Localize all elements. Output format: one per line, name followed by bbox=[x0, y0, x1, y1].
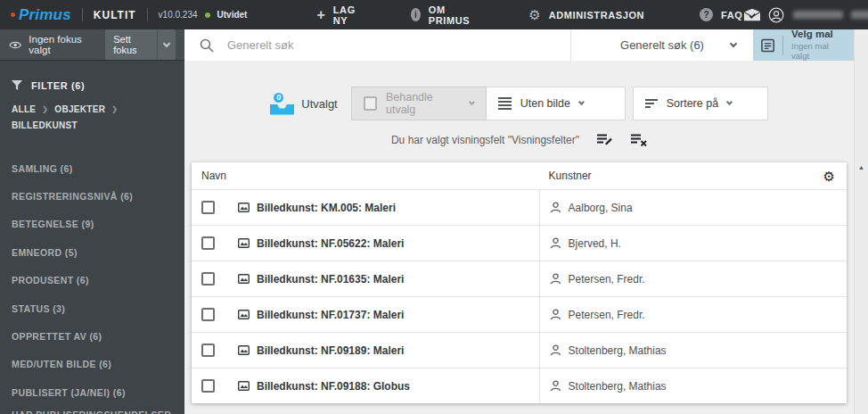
person-icon bbox=[550, 344, 561, 356]
filter-category[interactable]: PRODUSENT (6) bbox=[12, 267, 173, 294]
view-fields-row: Du har valgt visningsfelt "Visningsfelte… bbox=[184, 134, 854, 146]
batch-action-dropdown[interactable]: Behandle utvalg bbox=[351, 87, 487, 120]
scrollbar-up-arrow[interactable]: ▲ bbox=[855, 164, 868, 170]
set-focus-button[interactable]: Sett fokus bbox=[105, 29, 176, 60]
search-field-wrap bbox=[184, 29, 570, 61]
divider bbox=[782, 36, 783, 55]
row-checkbox[interactable] bbox=[201, 236, 215, 250]
artist-name: Bjerved, H. bbox=[569, 237, 621, 250]
chevron-down-icon bbox=[730, 40, 737, 47]
table-body: Billedkunst: KM.005: Maleri Aalborg, Sin… bbox=[192, 189, 847, 403]
results-toolbar: 0 Utvalgt Behandle utvalg Uten bilde bbox=[184, 87, 854, 120]
image-filter-label: Uten bilde bbox=[520, 97, 570, 110]
filter-category[interactable]: EMNEORD (5) bbox=[12, 238, 173, 266]
version-label: v10.0.234 bbox=[159, 10, 198, 20]
content: 0 Utvalgt Behandle utvalg Uten bilde bbox=[184, 61, 854, 414]
row-checkbox[interactable] bbox=[201, 272, 215, 286]
filter-list: SAMLING (6)REGISTRERINGSNIVÅ (6)BETEGNEL… bbox=[0, 154, 184, 414]
sort-dropdown[interactable]: Sortere på bbox=[633, 87, 768, 120]
filter-header-label: FILTER (6) bbox=[31, 80, 85, 91]
column-header-kunstner[interactable]: Kunstner bbox=[539, 170, 823, 182]
selection-tray-icon: 0 bbox=[270, 93, 294, 115]
object-name-link[interactable]: Billedkunst: NF.01635: Maleri bbox=[257, 273, 404, 286]
row-checkbox[interactable] bbox=[201, 379, 215, 393]
topnav-item-lag-ny[interactable]: + LAG NY bbox=[316, 4, 355, 26]
results-table: Navn Kunstner ⚙ Billedkunst: KM.005: Mal… bbox=[192, 162, 847, 403]
topnav-item-om-primus[interactable]: i OM PRIMUS bbox=[411, 4, 473, 26]
artist-cell: Petersen, Fredr. bbox=[539, 297, 847, 332]
top-navigation: + LAG NY i OM PRIMUS ⚙ ADMINISTRASJON ? … bbox=[316, 4, 742, 26]
row-checkbox[interactable] bbox=[201, 201, 215, 214]
breadcrumb-item[interactable]: ALLE bbox=[12, 104, 36, 114]
filter-category[interactable]: MED/UTEN BILDE (6) bbox=[12, 351, 173, 378]
batch-action-label: Behandle utvalg bbox=[386, 91, 461, 116]
search-input[interactable] bbox=[225, 37, 570, 53]
topbar: Primus KULTIT v10.0.234 Utvidet + LAG NY… bbox=[0, 0, 868, 29]
inbox-check-icon[interactable] bbox=[743, 8, 761, 22]
selected-items-indicator[interactable]: 0 Utvalgt bbox=[270, 93, 337, 115]
search-scope-dropdown[interactable]: Generelt søk (6) bbox=[570, 29, 753, 61]
image-filter-dropdown[interactable]: Uten bilde bbox=[487, 87, 626, 120]
filter-category[interactable]: PUBLISERT (JA/NEI) (6) bbox=[12, 378, 173, 406]
filter-header[interactable]: FILTER (6) bbox=[0, 61, 184, 91]
set-focus-label[interactable]: Sett fokus bbox=[105, 29, 157, 60]
user-avatar-icon[interactable] bbox=[768, 6, 784, 24]
filter-category[interactable]: BETEGNELSE (9) bbox=[12, 211, 173, 238]
filter-category[interactable]: SAMLING (6) bbox=[12, 154, 173, 182]
vertical-scrollbar[interactable]: ▲ bbox=[854, 29, 868, 414]
user-name-redacted bbox=[851, 11, 868, 19]
template-title: Velg mal bbox=[791, 29, 846, 41]
person-icon bbox=[550, 273, 561, 285]
object-name-link[interactable]: Billedkunst: NF.05622: Maleri bbox=[257, 237, 404, 250]
workspace-name: KULTIT bbox=[94, 9, 136, 21]
topbar-right: | LOGG UT bbox=[743, 4, 868, 26]
filter-category[interactable]: HAR PUBLISERINGSHENDELSER (6) bbox=[12, 407, 173, 414]
plus-icon: + bbox=[316, 8, 324, 22]
choose-template-button[interactable]: Velg mal Ingen mal valgt bbox=[753, 29, 854, 61]
table-settings-gear-icon[interactable]: ⚙ bbox=[823, 170, 847, 183]
select-all-checkbox[interactable] bbox=[364, 96, 377, 111]
clear-view-fields-icon[interactable] bbox=[631, 134, 647, 146]
artwork-icon bbox=[238, 381, 250, 391]
breadcrumb-item[interactable]: BILLEDKUNST bbox=[12, 120, 78, 130]
topnav-item-faq[interactable]: ? FAQ bbox=[700, 8, 742, 21]
edit-view-fields-icon[interactable] bbox=[597, 134, 613, 146]
row-checkbox[interactable] bbox=[201, 308, 215, 321]
chevron-right-icon: ❯ bbox=[42, 105, 48, 113]
view-fields-message: Du har valgt visningsfelt "Visningsfelte… bbox=[391, 134, 579, 146]
person-icon bbox=[550, 380, 561, 392]
main-area: Generelt søk (6) Velg mal Ingen mal valg… bbox=[184, 29, 854, 414]
search-bar: Generelt søk (6) Velg mal Ingen mal valg… bbox=[184, 29, 854, 61]
filter-category[interactable]: OPPRETTET AV (6) bbox=[12, 322, 173, 350]
table-header: Navn Kunstner ⚙ bbox=[192, 162, 847, 189]
filter-category[interactable]: STATUS (3) bbox=[12, 294, 173, 322]
artwork-icon bbox=[238, 238, 250, 248]
artwork-icon bbox=[238, 310, 250, 319]
divider bbox=[147, 8, 148, 21]
object-name-link[interactable]: Billedkunst: NF.09189: Maleri bbox=[257, 344, 404, 357]
topnav-item-administrasjon[interactable]: ⚙ ADMINISTRASJON bbox=[528, 8, 644, 21]
search-scope-label: Generelt søk (6) bbox=[620, 38, 704, 52]
set-focus-dropdown[interactable] bbox=[157, 29, 176, 60]
artist-cell: Stoltenberg, Mathias bbox=[539, 333, 847, 368]
sidebar: Ingen fokus valgt Sett fokus FILTER (6) … bbox=[0, 29, 184, 414]
status-dot-icon bbox=[205, 12, 210, 18]
artist-name: Petersen, Fredr. bbox=[569, 273, 645, 286]
object-name-link[interactable]: Billedkunst: KM.005: Maleri bbox=[257, 202, 396, 214]
column-header-navn[interactable]: Navn bbox=[192, 170, 539, 182]
object-name-link[interactable]: Billedkunst: NF.09188: Globus bbox=[257, 380, 410, 393]
row-checkbox[interactable] bbox=[201, 344, 215, 357]
filter-category[interactable]: REGISTRERINGSNIVÅ (6) bbox=[12, 182, 173, 210]
user-name-redacted bbox=[793, 11, 843, 19]
table-row: Billedkunst: KM.005: Maleri Aalborg, Sin… bbox=[192, 189, 847, 225]
selected-count-badge: 0 bbox=[273, 92, 284, 104]
chevron-down-icon bbox=[726, 99, 733, 105]
artist-cell: Bjerved, H. bbox=[539, 226, 847, 261]
table-row: Billedkunst: NF.01635: Maleri Petersen, … bbox=[192, 261, 847, 296]
object-name-link[interactable]: Billedkunst: NF.01737: Maleri bbox=[257, 309, 404, 321]
artist-name: Aalborg, Sina bbox=[569, 202, 633, 214]
artist-name: Stoltenberg, Mathias bbox=[569, 344, 667, 357]
person-icon bbox=[550, 309, 561, 320]
table-row: Billedkunst: NF.09189: Maleri Stoltenber… bbox=[192, 332, 847, 368]
breadcrumb-item[interactable]: OBJEKTER bbox=[54, 104, 105, 114]
